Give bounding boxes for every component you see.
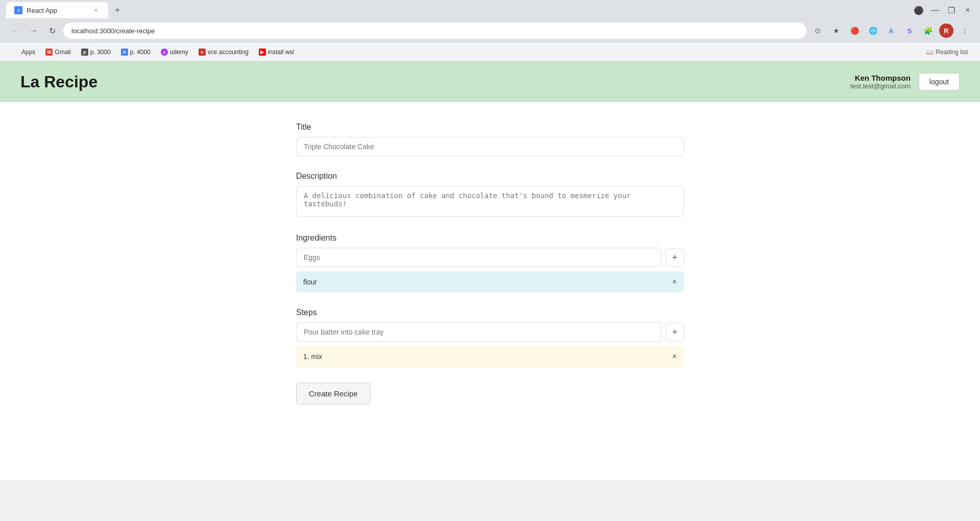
- browser-actions: ⊙ ★ 🔴 🌐 A S 🧩 R ⋮: [811, 23, 972, 38]
- add-ingredient-button[interactable]: +: [666, 248, 684, 267]
- more-options-button[interactable]: ⋮: [958, 23, 972, 38]
- ingredients-label: Ingredients: [296, 233, 684, 243]
- create-recipe-button[interactable]: Create Recipe: [296, 383, 371, 405]
- gmail-icon: M: [45, 49, 53, 56]
- browser-window: ⚛ React App × + ⚫ — ❐ × ← → ↻ localhost:…: [0, 0, 980, 480]
- step-value-mix: 1. mix: [303, 352, 322, 361]
- user-section: Ken Thompson test.test@gmail.com logout: [850, 73, 960, 90]
- minimize-button[interactable]: ⚫: [913, 4, 925, 16]
- remove-step-mix[interactable]: ×: [672, 352, 677, 361]
- title-section: Title: [296, 123, 684, 156]
- window-controls: ⚫ — ❐ ×: [913, 4, 974, 16]
- app-content: La Recipe Ken Thompson test.test@gmail.c…: [0, 61, 980, 480]
- extension-icon-2[interactable]: 🌐: [866, 23, 880, 38]
- active-tab[interactable]: ⚛ React App ×: [6, 2, 108, 18]
- bookmark-gmail[interactable]: M Gmail: [41, 46, 75, 58]
- logout-button[interactable]: logout: [919, 73, 960, 90]
- bookmark-p3000-label: p. 3000: [90, 49, 111, 56]
- extension-icon-1[interactable]: 🔴: [847, 23, 862, 38]
- step-input-row: +: [296, 322, 684, 342]
- description-label: Description: [296, 172, 684, 181]
- description-input[interactable]: [296, 186, 684, 217]
- vce-icon: v: [199, 49, 206, 56]
- tab-close-button[interactable]: ×: [92, 6, 100, 14]
- wsl-icon: ▶: [259, 49, 266, 56]
- new-tab-button[interactable]: +: [110, 3, 125, 17]
- reading-list-button[interactable]: 📖 Reading list: [922, 46, 972, 58]
- main-content: Title Description Ingredients +: [0, 102, 980, 425]
- bookmark-vce-label: vce accounting: [208, 49, 249, 56]
- profile-button[interactable]: R: [939, 23, 953, 38]
- user-info: Ken Thompson test.test@gmail.com: [850, 74, 911, 90]
- extension-icon-3[interactable]: A: [884, 23, 898, 38]
- step-input[interactable]: [296, 322, 662, 342]
- reading-list-icon: 📖: [926, 49, 934, 56]
- browser-titlebar: ⚛ React App × + ⚫ — ❐ ×: [0, 0, 980, 20]
- reload-button[interactable]: ↻: [45, 23, 59, 38]
- bookmarks-bar: Apps M Gmail p p. 3000 A p. 4000 u udemy…: [0, 43, 980, 61]
- p4000-icon: A: [121, 49, 128, 56]
- tab-title: React App: [27, 7, 88, 14]
- close-button[interactable]: ❐: [945, 4, 958, 16]
- ingredient-tag-flour: flour ×: [296, 271, 684, 293]
- ingredients-section: Ingredients + flour ×: [296, 233, 684, 293]
- forward-button[interactable]: →: [27, 23, 41, 38]
- extensions-button[interactable]: 🧩: [921, 23, 935, 38]
- add-step-button[interactable]: +: [666, 323, 684, 341]
- address-text: localhost:3000/create-recipe: [71, 27, 155, 35]
- bookmark-udemy[interactable]: u udemy: [157, 46, 192, 58]
- bookmark-p4000-label: p. 4000: [130, 49, 151, 56]
- ingredient-input-row: +: [296, 248, 684, 267]
- create-section: Create Recipe: [296, 383, 684, 405]
- steps-label: Steps: [296, 308, 684, 317]
- app-logo: La Recipe: [20, 73, 97, 91]
- tab-bar: ⚛ React App × +: [6, 2, 125, 18]
- window-close-button[interactable]: ×: [962, 4, 974, 16]
- bookmark-apps-label: Apps: [21, 49, 35, 56]
- back-button[interactable]: ←: [8, 23, 22, 38]
- user-name: Ken Thompson: [850, 74, 911, 82]
- bookmark-p4000[interactable]: A p. 4000: [117, 46, 155, 58]
- cast-icon[interactable]: ⊙: [811, 23, 825, 38]
- ingredient-value-flour: flour: [303, 278, 317, 286]
- p3000-icon: p: [81, 49, 88, 56]
- bookmark-vce[interactable]: v vce accounting: [194, 46, 253, 58]
- address-input-wrap[interactable]: localhost:3000/create-recipe: [63, 22, 806, 39]
- ingredient-input[interactable]: [296, 248, 662, 267]
- reading-list-label: Reading list: [936, 49, 968, 56]
- apps-icon: [12, 49, 19, 56]
- bookmark-wsl-label: install wsl: [268, 49, 294, 56]
- description-section: Description: [296, 172, 684, 218]
- steps-section: Steps + 1. mix ×: [296, 308, 684, 367]
- recipe-form: Title Description Ingredients +: [296, 123, 684, 405]
- bookmark-gmail-label: Gmail: [55, 49, 70, 56]
- user-email: test.test@gmail.com: [850, 82, 911, 90]
- bookmark-wsl[interactable]: ▶ install wsl: [255, 46, 298, 58]
- maximize-button[interactable]: —: [929, 4, 941, 16]
- tab-favicon: ⚛: [14, 6, 22, 14]
- remove-ingredient-flour[interactable]: ×: [672, 277, 677, 287]
- title-input[interactable]: [296, 137, 684, 156]
- app-header: La Recipe Ken Thompson test.test@gmail.c…: [0, 61, 980, 102]
- bookmark-p3000[interactable]: p p. 3000: [77, 46, 115, 58]
- address-bar: ← → ↻ localhost:3000/create-recipe ⊙ ★ 🔴…: [0, 20, 980, 43]
- step-tag-mix: 1. mix ×: [296, 346, 684, 367]
- bookmark-icon[interactable]: ★: [829, 23, 843, 38]
- udemy-icon: u: [161, 49, 168, 56]
- bookmark-udemy-label: udemy: [170, 49, 188, 56]
- extension-icon-4[interactable]: S: [902, 23, 917, 38]
- bookmark-apps[interactable]: Apps: [8, 46, 39, 58]
- title-label: Title: [296, 123, 684, 132]
